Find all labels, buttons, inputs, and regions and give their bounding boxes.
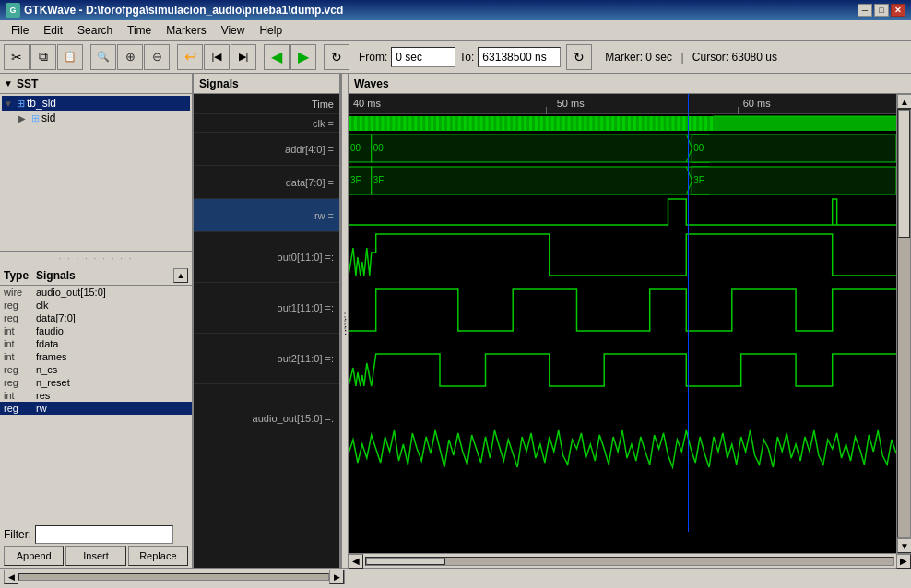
hscroll-thumb[interactable]: [366, 558, 445, 565]
waves-content[interactable]: 40 ms 50 ms 60 ms: [349, 94, 896, 553]
signal-scroll-up[interactable]: ▲: [173, 268, 188, 283]
replace-button[interactable]: Replace: [128, 546, 188, 566]
panel-resize-handle[interactable]: · · · · ·: [341, 74, 349, 568]
nav-next-button[interactable]: ▶: [290, 44, 316, 70]
nav-end-button[interactable]: ▶|: [231, 44, 256, 70]
tree-item-tb_sid[interactable]: ▼ ⊞ tb_sid: [2, 96, 190, 111]
tree-child-area: ▶ ⊞ sid: [2, 111, 190, 125]
menu-markers[interactable]: Markers: [159, 22, 213, 39]
tick-60ms: [738, 107, 739, 114]
zoom-in-button[interactable]: ⊕: [117, 44, 143, 70]
refresh-button[interactable]: ↻: [324, 44, 349, 70]
timeline-50ms: 50 ms: [557, 98, 585, 109]
out2-waveform: [349, 354, 896, 386]
signal-row-n_reset[interactable]: reg n_reset: [0, 376, 192, 389]
sig-label-audio_out: audio_out[15:0] =:: [253, 413, 334, 424]
time-refresh-button[interactable]: ↻: [566, 44, 592, 70]
svg-text:00: 00: [373, 143, 384, 153]
menu-edit[interactable]: Edit: [36, 22, 70, 39]
signal-row-clk[interactable]: reg clk: [0, 299, 192, 312]
menu-help[interactable]: Help: [252, 22, 290, 39]
audio_out-waveform: [349, 430, 896, 467]
signal-row-fdata[interactable]: int fdata: [0, 337, 192, 350]
titlebar: G GTKWave - D:\forofpga\simulacion_audio…: [0, 0, 911, 20]
minimize-button[interactable]: ─: [858, 4, 872, 17]
type-reg-n_cs: reg: [4, 364, 36, 375]
from-input[interactable]: [391, 47, 456, 67]
cut-button[interactable]: ✂: [4, 44, 30, 70]
sst-header: ▼ SST: [0, 74, 192, 94]
insert-button[interactable]: Insert: [65, 546, 125, 566]
sig-label-rw: rw =: [314, 210, 334, 221]
waves-hscroll[interactable]: ◀ ▶: [349, 553, 911, 568]
cursor-vertical-line: [688, 114, 689, 532]
time-label: Time: [312, 99, 334, 110]
signals-hscroll[interactable]: ◀ ▶: [4, 570, 345, 584]
signal-name-n_reset: n_reset: [36, 377, 188, 388]
type-reg-data: reg: [4, 312, 36, 323]
maximize-button[interactable]: □: [874, 4, 889, 17]
svg-text:00: 00: [693, 143, 704, 153]
sst-collapse-icon[interactable]: ▼: [4, 78, 13, 88]
out0-waveform: [349, 234, 896, 276]
append-button[interactable]: Append: [4, 546, 64, 566]
sst-divider[interactable]: · · · · · · · · ·: [0, 251, 192, 265]
svg-text:3F: 3F: [693, 175, 704, 185]
signal-row-faudio[interactable]: int faudio: [0, 324, 192, 337]
signal-row-rw[interactable]: reg rw: [0, 402, 192, 415]
hscroll-left-arrow[interactable]: ◀: [349, 554, 363, 569]
signal-row-res[interactable]: int res: [0, 389, 192, 402]
copy-button[interactable]: ⧉: [30, 44, 56, 70]
close-button[interactable]: ✕: [891, 4, 905, 17]
marker-label: Marker: 0 sec: [605, 51, 672, 64]
signal-name-rw: rw: [36, 403, 188, 414]
tick-50ms: [546, 107, 547, 114]
sig-hscroll-track[interactable]: [18, 573, 329, 581]
to-input[interactable]: [478, 47, 561, 67]
waveform-area[interactable]: 00 00 00 3F: [349, 114, 896, 532]
menu-time[interactable]: Time: [120, 22, 159, 39]
menu-search[interactable]: Search: [70, 22, 120, 39]
module-icon-sid: ⊞: [31, 112, 40, 124]
timeline-40ms: 40 ms: [353, 98, 381, 109]
timeline-60ms: 60 ms: [743, 98, 771, 109]
type-wire: wire: [4, 287, 36, 298]
type-reg-rw: reg: [4, 403, 36, 414]
tree-item-sid[interactable]: ▶ ⊞ sid: [17, 111, 190, 125]
vscroll-thumb[interactable]: [898, 110, 910, 238]
waves-vscroll[interactable]: ▲ ▼: [896, 94, 911, 553]
sig-row-data: data[7:0] =: [194, 166, 339, 199]
sst-tree[interactable]: ▼ ⊞ tb_sid ▶ ⊞ sid: [0, 94, 192, 251]
nav-prev-button[interactable]: ◀: [264, 44, 290, 70]
signal-name-res: res: [36, 390, 188, 401]
signal-row-frames[interactable]: int frames: [0, 350, 192, 363]
signal-rows: wire audio_out[15:0] reg clk reg data[7:…: [0, 286, 192, 415]
signals-content: Time clk = addr[4:0] = data[7:0] = rw = …: [194, 94, 339, 568]
signal-row-n_cs[interactable]: reg n_cs: [0, 363, 192, 376]
svg-text:3F: 3F: [350, 175, 361, 185]
vscroll-track[interactable]: [897, 109, 911, 538]
hscroll-right-arrow[interactable]: ▶: [896, 554, 911, 569]
sig-hscroll-right[interactable]: ▶: [329, 570, 344, 584]
vscroll-down-arrow[interactable]: ▼: [897, 538, 911, 553]
vscroll-up-arrow[interactable]: ▲: [897, 94, 911, 109]
sig-label-data: data[7:0] =: [286, 177, 334, 188]
menubar: File Edit Search Time Markers View Help: [0, 20, 911, 41]
app-icon: G: [6, 3, 20, 18]
paste-button[interactable]: 📋: [57, 44, 83, 70]
filter-area: Filter: Append Insert Replace: [0, 523, 192, 568]
signal-row-audio_out[interactable]: wire audio_out[15:0]: [0, 286, 192, 299]
menu-view[interactable]: View: [214, 22, 253, 39]
zoom-fit-button[interactable]: 🔍: [90, 44, 116, 70]
svg-rect-9: [372, 167, 709, 194]
sst-title: SST: [17, 77, 38, 90]
undo-button[interactable]: ↩: [177, 44, 203, 70]
hscroll-track[interactable]: [365, 557, 894, 566]
zoom-out-button[interactable]: ⊖: [144, 44, 170, 70]
nav-begin-button[interactable]: |◀: [204, 44, 230, 70]
menu-file[interactable]: File: [4, 22, 36, 39]
sig-hscroll-left[interactable]: ◀: [4, 570, 18, 584]
filter-input[interactable]: [35, 525, 173, 544]
signal-row-data[interactable]: reg data[7:0]: [0, 312, 192, 324]
sig-row-out0: out0[11:0] =:: [194, 232, 339, 283]
